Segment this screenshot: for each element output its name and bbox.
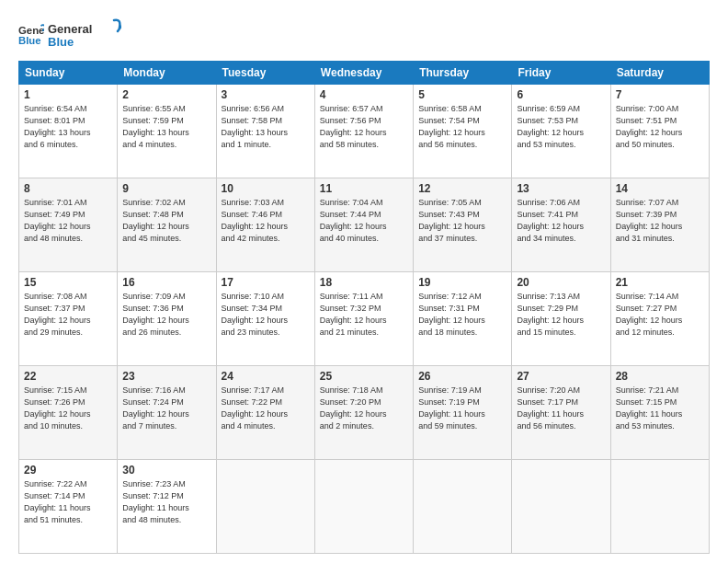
day-number: 27 [517,370,605,383]
day-info: Sunrise: 6:55 AM Sunset: 7:59 PM Dayligh… [122,103,210,151]
day-info: Sunrise: 7:17 AM Sunset: 7:22 PM Dayligh… [222,385,310,432]
day-info: Sunrise: 7:21 AM Sunset: 7:15 PM Dayligh… [616,385,704,432]
calendar-cell: 28Sunrise: 7:21 AM Sunset: 7:15 PM Dayli… [610,366,709,460]
day-info: Sunrise: 7:22 AM Sunset: 7:14 PM Dayligh… [24,478,112,526]
day-number: 23 [122,370,210,383]
calendar-cell: 20Sunrise: 7:13 AM Sunset: 7:29 PM Dayli… [512,272,610,366]
calendar-week-2: 8Sunrise: 7:01 AM Sunset: 7:49 PM Daylig… [19,178,710,272]
calendar-cell: 26Sunrise: 7:19 AM Sunset: 7:19 PM Dayli… [414,366,512,460]
calendar-week-3: 15Sunrise: 7:08 AM Sunset: 7:37 PM Dayli… [19,272,710,366]
calendar-cell: 7Sunrise: 7:00 AM Sunset: 7:51 PM Daylig… [610,85,709,178]
day-info: Sunrise: 7:06 AM Sunset: 7:41 PM Dayligh… [517,197,605,245]
calendar-cell: 9Sunrise: 7:02 AM Sunset: 7:48 PM Daylig… [118,178,216,272]
day-info: Sunrise: 7:02 AM Sunset: 7:48 PM Dayligh… [122,197,210,245]
logo-icon: General Blue [18,21,44,47]
day-number: 24 [222,370,310,383]
day-info: Sunrise: 6:57 AM Sunset: 7:56 PM Dayligh… [320,103,408,151]
svg-text:Blue: Blue [48,35,74,49]
day-info: Sunrise: 7:01 AM Sunset: 7:49 PM Dayligh… [24,197,112,245]
day-info: Sunrise: 7:16 AM Sunset: 7:24 PM Dayligh… [122,385,210,432]
weekday-header-thursday: Thursday [414,62,512,85]
calendar-week-5: 29Sunrise: 7:22 AM Sunset: 7:14 PM Dayli… [19,460,710,554]
weekday-header-friday: Friday [512,62,610,85]
day-info: Sunrise: 6:56 AM Sunset: 7:58 PM Dayligh… [222,103,310,151]
day-info: Sunrise: 7:18 AM Sunset: 7:20 PM Dayligh… [320,385,408,432]
calendar-cell: 21Sunrise: 7:14 AM Sunset: 7:27 PM Dayli… [610,272,709,366]
calendar-cell: 22Sunrise: 7:15 AM Sunset: 7:26 PM Dayli… [19,366,118,460]
calendar-cell: 13Sunrise: 7:06 AM Sunset: 7:41 PM Dayli… [512,178,610,272]
calendar-cell: 1Sunrise: 6:54 AM Sunset: 8:01 PM Daylig… [19,85,118,178]
day-number: 9 [122,182,210,195]
day-number: 16 [122,276,210,289]
day-number: 18 [320,276,408,289]
logo: General Blue General Blue [18,17,121,52]
calendar-cell: 17Sunrise: 7:10 AM Sunset: 7:34 PM Dayli… [216,272,314,366]
calendar-cell: 11Sunrise: 7:04 AM Sunset: 7:44 PM Dayli… [314,178,413,272]
calendar-header-row: SundayMondayTuesdayWednesdayThursdayFrid… [19,62,710,85]
calendar-table: SundayMondayTuesdayWednesdayThursdayFrid… [18,61,710,554]
calendar-cell: 29Sunrise: 7:22 AM Sunset: 7:14 PM Dayli… [19,460,118,554]
weekday-header-wednesday: Wednesday [314,62,413,85]
day-number: 17 [222,276,310,289]
svg-text:General: General [48,22,92,36]
day-info: Sunrise: 7:04 AM Sunset: 7:44 PM Dayligh… [320,197,408,245]
day-number: 10 [222,182,310,195]
day-number: 7 [616,88,704,101]
day-number: 8 [24,182,112,195]
day-info: Sunrise: 7:05 AM Sunset: 7:43 PM Dayligh… [418,197,506,245]
page: General Blue General Blue SundayMondayTu… [0,0,728,563]
calendar-cell: 19Sunrise: 7:12 AM Sunset: 7:31 PM Dayli… [414,272,512,366]
day-number: 25 [320,370,408,383]
calendar-cell [610,460,709,554]
day-number: 3 [222,88,310,101]
day-info: Sunrise: 7:03 AM Sunset: 7:46 PM Dayligh… [222,197,310,245]
calendar-cell: 15Sunrise: 7:08 AM Sunset: 7:37 PM Dayli… [19,272,118,366]
day-info: Sunrise: 7:13 AM Sunset: 7:29 PM Dayligh… [517,291,605,339]
day-info: Sunrise: 6:54 AM Sunset: 8:01 PM Dayligh… [24,103,112,151]
calendar-cell: 30Sunrise: 7:23 AM Sunset: 7:12 PM Dayli… [118,460,216,554]
day-number: 5 [418,88,506,101]
day-info: Sunrise: 7:09 AM Sunset: 7:36 PM Dayligh… [122,291,210,339]
day-info: Sunrise: 7:11 AM Sunset: 7:32 PM Dayligh… [320,291,408,339]
day-number: 26 [418,370,506,383]
day-info: Sunrise: 7:12 AM Sunset: 7:31 PM Dayligh… [418,291,506,339]
calendar-cell: 10Sunrise: 7:03 AM Sunset: 7:46 PM Dayli… [216,178,314,272]
day-number: 13 [517,182,605,195]
day-number: 12 [418,182,506,195]
calendar-cell [216,460,314,554]
day-number: 1 [24,88,112,101]
day-number: 22 [24,370,112,383]
calendar-cell [314,460,413,554]
day-number: 30 [122,464,210,477]
day-info: Sunrise: 7:19 AM Sunset: 7:19 PM Dayligh… [418,385,506,432]
day-number: 21 [616,276,704,289]
day-number: 20 [517,276,605,289]
day-info: Sunrise: 7:00 AM Sunset: 7:51 PM Dayligh… [616,103,704,151]
day-number: 4 [320,88,408,101]
day-number: 6 [517,88,605,101]
day-number: 29 [24,464,112,477]
day-info: Sunrise: 7:08 AM Sunset: 7:37 PM Dayligh… [24,291,112,339]
day-info: Sunrise: 7:07 AM Sunset: 7:39 PM Dayligh… [616,197,704,245]
calendar-cell: 8Sunrise: 7:01 AM Sunset: 7:49 PM Daylig… [19,178,118,272]
day-info: Sunrise: 7:10 AM Sunset: 7:34 PM Dayligh… [222,291,310,339]
calendar-cell: 27Sunrise: 7:20 AM Sunset: 7:17 PM Dayli… [512,366,610,460]
calendar-cell: 23Sunrise: 7:16 AM Sunset: 7:24 PM Dayli… [118,366,216,460]
weekday-header-saturday: Saturday [610,62,709,85]
day-number: 15 [24,276,112,289]
calendar-cell: 25Sunrise: 7:18 AM Sunset: 7:20 PM Dayli… [314,366,413,460]
header: General Blue General Blue [18,17,710,52]
day-info: Sunrise: 6:58 AM Sunset: 7:54 PM Dayligh… [418,103,506,151]
calendar-cell: 6Sunrise: 6:59 AM Sunset: 7:53 PM Daylig… [512,85,610,178]
day-info: Sunrise: 7:23 AM Sunset: 7:12 PM Dayligh… [122,478,210,526]
day-number: 2 [122,88,210,101]
day-number: 14 [616,182,704,195]
weekday-header-sunday: Sunday [19,62,118,85]
svg-text:Blue: Blue [18,35,41,46]
weekday-header-monday: Monday [118,62,216,85]
calendar-week-1: 1Sunrise: 6:54 AM Sunset: 8:01 PM Daylig… [19,85,710,178]
day-info: Sunrise: 7:14 AM Sunset: 7:27 PM Dayligh… [616,291,704,339]
day-info: Sunrise: 6:59 AM Sunset: 7:53 PM Dayligh… [517,103,605,151]
calendar-cell: 14Sunrise: 7:07 AM Sunset: 7:39 PM Dayli… [610,178,709,272]
day-info: Sunrise: 7:15 AM Sunset: 7:26 PM Dayligh… [24,385,112,432]
